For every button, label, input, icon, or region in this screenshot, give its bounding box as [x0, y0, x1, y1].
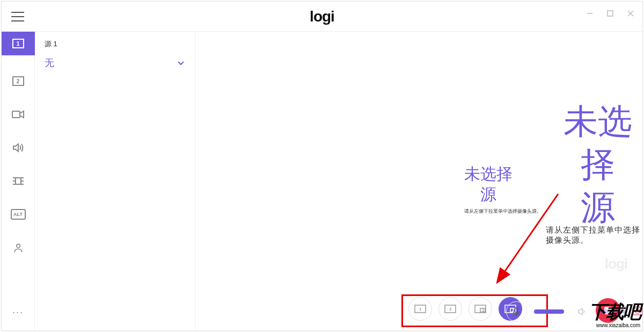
left-rail: 1 2 ALT ··· [2, 32, 35, 330]
ghost-logo: logi [605, 256, 627, 272]
speaker-icon [12, 142, 25, 153]
main-area: 未选择 源 请从左侧下拉菜单中选择摄像头源。 未选择 源 请从左侧下拉菜单中选择… [196, 32, 642, 330]
person-icon [12, 242, 25, 253]
rail-source-2[interactable]: 2 [10, 74, 27, 89]
preview-large-message: 未选择 源 [553, 100, 642, 229]
rail-scene[interactable] [10, 174, 27, 189]
output-button[interactable] [572, 301, 592, 322]
mic-button[interactable] [506, 301, 526, 322]
rail-camera[interactable] [10, 107, 27, 122]
title-bar: logi [2, 2, 642, 32]
maximize-button[interactable] [604, 7, 617, 20]
layout-single-1[interactable]: 1 [408, 297, 432, 321]
source-1-icon: 1 [12, 39, 24, 48]
source-label: 源 1 [45, 39, 186, 49]
layout-single-2[interactable]: 2 [438, 297, 462, 321]
svg-text:1: 1 [482, 308, 485, 313]
app-window: logi 1 2 [1, 1, 643, 331]
chevron-down-icon [176, 58, 186, 68]
source-dropdown[interactable]: 无 [45, 56, 186, 69]
svg-rect-4 [12, 111, 20, 118]
logo: logi [310, 8, 334, 25]
output-level-slider[interactable] [597, 309, 627, 314]
rail-source-1[interactable]: 1 [2, 32, 35, 55]
svg-rect-1 [608, 11, 613, 16]
svg-text:1: 1 [419, 307, 422, 312]
alt-icon: ALT [11, 209, 26, 220]
rail-audio[interactable] [10, 140, 27, 155]
svg-point-23 [635, 309, 640, 314]
content: 1 2 ALT ··· 源 1 [2, 32, 642, 330]
preview-large-helper: 请从左侧下拉菜单中选择摄像头源。 [546, 225, 642, 246]
scene-icon [12, 176, 25, 186]
close-button[interactable] [624, 7, 637, 20]
right-controls [506, 301, 627, 322]
source-panel: 源 1 无 [35, 32, 196, 330]
minimize-button[interactable] [583, 7, 596, 20]
rail-profile[interactable] [10, 240, 27, 255]
source-value: 无 [45, 56, 54, 69]
svg-text:2: 2 [449, 307, 452, 312]
layout-pip-1[interactable]: 1 [469, 297, 492, 321]
mic-level-slider[interactable] [534, 309, 564, 314]
speaker-small-icon [577, 307, 587, 316]
preview-small-message: 未选择 源 [464, 164, 513, 204]
window-controls [583, 7, 637, 20]
snapshot-button[interactable] [631, 305, 644, 316]
microphone-icon [511, 307, 521, 316]
source-2-icon: 2 [12, 76, 24, 86]
svg-point-11 [16, 244, 20, 248]
preview-small-helper: 请从左侧下拉菜单中选择摄像头源。 [464, 208, 541, 215]
camera-outline-icon [631, 305, 644, 316]
camera-icon [12, 109, 25, 120]
rail-more[interactable]: ··· [10, 305, 27, 320]
svg-rect-24 [515, 308, 518, 313]
menu-button[interactable] [11, 9, 27, 25]
rail-alt[interactable]: ALT [10, 207, 27, 222]
